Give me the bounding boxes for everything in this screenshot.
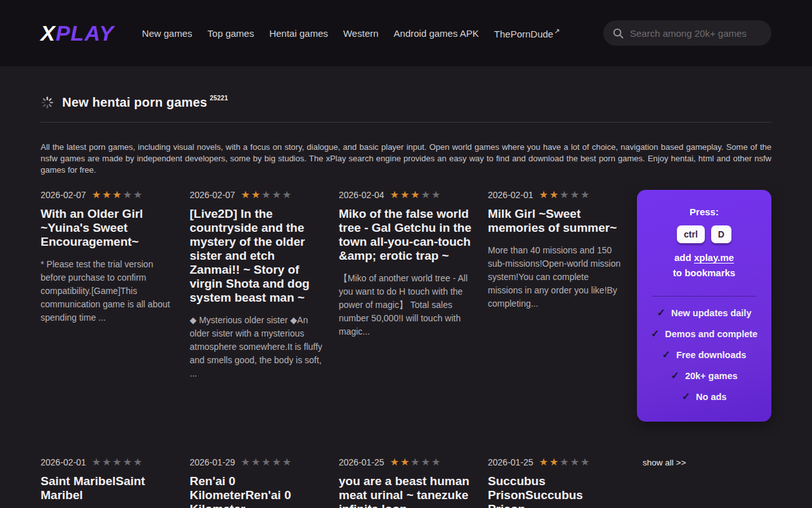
game-date: 2026-02-04	[339, 190, 384, 200]
game-date: 2026-01-25	[339, 457, 384, 467]
add-bookmark-line: add xplay.me	[647, 252, 761, 263]
game-meta: 2026-01-29★★★★★	[190, 457, 324, 467]
star-empty-icon: ★	[421, 189, 431, 200]
feature-item: ✓20k+ games	[647, 370, 761, 382]
feature-item: ✓New updates daily	[647, 307, 761, 319]
search-icon	[612, 27, 624, 39]
page-head: New hentai porn games25221	[41, 95, 771, 110]
game-title[interactable]: Milk Girl ~Sweet memories of summer~	[488, 207, 622, 235]
star-filled-icon: ★	[539, 457, 549, 467]
show-all-link[interactable]: show all >>	[637, 458, 686, 467]
star-rating: ★★★★★	[92, 190, 144, 200]
star-empty-icon: ★	[92, 457, 102, 467]
game-title[interactable]: you are a beast human meat urinal ~ tane…	[339, 474, 473, 508]
game-card[interactable]: 2026-02-01★★★★★Milk Girl ~Sweet memories…	[488, 190, 622, 311]
star-filled-icon: ★	[390, 457, 400, 467]
nav-link-new-games[interactable]: New games	[142, 28, 192, 39]
game-title[interactable]: Saint MaribelSaint Maribel	[41, 474, 175, 502]
to-bookmarks-label: to bookmarks	[647, 267, 761, 278]
game-card[interactable]: 2026-02-01★★★★★Saint MaribelSaint Maribe…	[41, 457, 175, 508]
page-title: New hentai porn games25221	[62, 95, 228, 110]
feature-label: Free downloads	[676, 350, 746, 360]
star-empty-icon: ★	[261, 457, 272, 467]
nav-link-theporndude[interactable]: ThePornDude↗	[494, 27, 560, 39]
game-meta: 2026-02-07★★★★★	[41, 190, 175, 200]
feature-list: ✓New updates daily✓Demos and complete✓Fr…	[647, 307, 761, 403]
game-meta: 2026-01-25★★★★★	[339, 457, 473, 467]
feature-item: ✓Free downloads	[647, 349, 761, 361]
game-meta: 2026-02-01★★★★★	[488, 190, 622, 200]
game-date: 2026-02-07	[190, 190, 235, 200]
game-description: * Please test the trial version before p…	[41, 258, 175, 324]
nav-link-hentai-games[interactable]: Hentai games	[269, 28, 328, 39]
star-empty-icon: ★	[421, 457, 431, 467]
star-empty-icon: ★	[570, 457, 580, 467]
star-empty-icon: ★	[282, 457, 292, 467]
game-date: 2026-02-01	[41, 457, 86, 467]
star-empty-icon: ★	[580, 189, 591, 200]
nav-link-android-games-apk[interactable]: Android games APK	[394, 28, 479, 39]
star-rating: ★★★★★	[390, 457, 442, 467]
nav-link-western[interactable]: Western	[343, 28, 379, 39]
game-card[interactable]: 2026-01-25★★★★★you are a beast human mea…	[339, 457, 473, 508]
star-filled-icon: ★	[241, 189, 251, 200]
star-empty-icon: ★	[251, 457, 261, 467]
star-empty-icon: ★	[112, 457, 122, 467]
star-filled-icon: ★	[251, 189, 261, 200]
star-empty-icon: ★	[133, 457, 143, 467]
game-date: 2026-02-07	[41, 190, 86, 200]
star-empty-icon: ★	[241, 457, 251, 467]
logo-x: X	[41, 21, 56, 45]
search-input[interactable]	[630, 28, 763, 39]
game-meta: 2026-02-01★★★★★	[41, 457, 175, 467]
game-date: 2026-01-29	[190, 457, 235, 467]
game-meta: 2026-02-07★★★★★	[190, 190, 324, 200]
search-box[interactable]	[603, 20, 771, 46]
star-empty-icon: ★	[272, 457, 282, 467]
star-empty-icon: ★	[123, 457, 133, 467]
star-filled-icon: ★	[390, 189, 400, 200]
game-card[interactable]: 2026-01-29★★★★★Ren'ai 0 KilometerRen'ai …	[190, 457, 324, 508]
keycap-d: D	[711, 225, 731, 243]
game-card[interactable]: 2026-01-25★★★★★Succubus PrisonSuccubus P…	[488, 457, 622, 508]
promo-divider	[652, 296, 756, 297]
star-empty-icon: ★	[580, 457, 591, 467]
game-title[interactable]: Ren'ai 0 KilometerRen'ai 0 Kilometer	[190, 474, 324, 508]
game-title[interactable]: Miko of the false world tree - Gal Getch…	[339, 207, 473, 263]
game-title[interactable]: [Live2D] In the countryside and the myst…	[190, 207, 324, 305]
star-filled-icon: ★	[102, 189, 112, 200]
games-grid: 2026-02-07★★★★★With an Older Girl ~Yuina…	[41, 190, 771, 508]
feature-label: No ads	[696, 392, 726, 402]
star-empty-icon: ★	[560, 189, 570, 200]
game-meta: 2026-02-04★★★★★	[339, 190, 473, 200]
star-filled-icon: ★	[549, 457, 560, 467]
star-empty-icon: ★	[123, 189, 133, 200]
star-filled-icon: ★	[539, 189, 549, 200]
game-card[interactable]: 2026-02-07★★★★★[Live2D] In the countrysi…	[190, 190, 324, 380]
star-rating: ★★★★★	[539, 457, 591, 467]
game-card[interactable]: 2026-02-04★★★★★Miko of the false world t…	[339, 190, 473, 338]
feature-label: 20k+ games	[685, 371, 738, 381]
checkmark-icon: ✓	[651, 328, 659, 339]
star-empty-icon: ★	[261, 189, 272, 200]
logo[interactable]: XPLAY	[41, 21, 114, 46]
game-title[interactable]: With an Older Girl ~Yuina's Sweet Encour…	[41, 207, 175, 249]
game-description: ◆ Mysterious older sister ◆An older sist…	[190, 314, 324, 380]
game-card[interactable]: 2026-02-07★★★★★With an Older Girl ~Yuina…	[41, 190, 175, 324]
star-empty-icon: ★	[272, 189, 282, 200]
keycap-ctrl: ctrl	[677, 225, 705, 243]
xplay-me-link[interactable]: xplay.me	[694, 252, 734, 263]
checkmark-icon: ✓	[671, 370, 679, 381]
nav-link-top-games[interactable]: Top games	[207, 28, 254, 39]
star-empty-icon: ★	[431, 457, 442, 467]
divider	[41, 122, 771, 123]
game-title[interactable]: Succubus PrisonSuccubus Prison	[488, 474, 622, 508]
logo-play: PLAY	[56, 21, 114, 45]
star-rating: ★★★★★	[539, 190, 591, 200]
loading-spinner-icon	[41, 96, 54, 109]
game-date: 2026-02-01	[488, 190, 534, 200]
star-filled-icon: ★	[112, 189, 122, 200]
intro-text: All the latest porn games, including vis…	[41, 142, 771, 176]
game-date: 2026-01-25	[488, 457, 534, 467]
star-empty-icon: ★	[560, 457, 570, 467]
